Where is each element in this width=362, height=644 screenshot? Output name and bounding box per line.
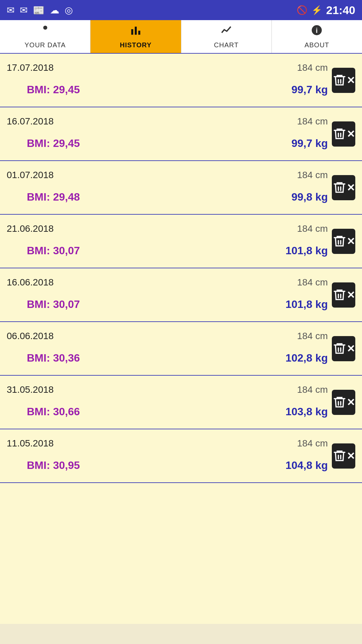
svg-rect-3 <box>138 31 140 35</box>
delete-button[interactable]: path{fill:none;stroke:white;stroke-width… <box>332 443 355 469</box>
row-weight: 99,8 kg <box>291 191 332 203</box>
status-bar: ✉ ✉ 📰 ☁ ◎ 🚫 ⚡ 21:40 <box>0 0 362 20</box>
tab-about[interactable]: i ABOUT <box>272 20 362 53</box>
delete-button[interactable]: path{fill:none;stroke:white;stroke-width… <box>332 282 355 308</box>
delete-button[interactable]: path{fill:none;stroke:white;stroke-width… <box>332 121 355 147</box>
row-date: 16.07.2018 <box>7 113 291 127</box>
row-bmi: BMI: 29,48 <box>7 189 291 205</box>
svg-rect-1 <box>131 29 133 35</box>
table-row: 16.07.2018 BMI: 29,45 184 cm 99,7 kg pat… <box>0 107 362 161</box>
gmail-icon-1: ✉ <box>7 5 14 16</box>
bottom-bar <box>0 624 362 644</box>
table-row: 31.05.2018 BMI: 30,66 184 cm 103,8 kg pa… <box>0 376 362 429</box>
row-bmi: BMI: 30,07 <box>7 243 286 259</box>
row-bmi: BMI: 30,07 <box>7 296 286 313</box>
table-row: 06.06.2018 BMI: 30,36 184 cm 102,8 kg pa… <box>0 322 362 376</box>
status-time: 21:40 <box>326 4 355 17</box>
tab-chart[interactable]: CHART <box>181 20 272 53</box>
status-icons-left: ✉ ✉ 📰 ☁ ◎ <box>7 5 73 16</box>
svg-point-0 <box>43 26 47 30</box>
table-row: 11.05.2018 BMI: 30,95 184 cm 104,8 kg pa… <box>0 429 362 483</box>
row-weight: 101,8 kg <box>286 298 332 311</box>
row-date: 31.05.2018 <box>7 382 286 395</box>
row-bmi: BMI: 29,45 <box>7 135 291 152</box>
row-bmi: BMI: 30,66 <box>7 404 286 420</box>
table-row: 21.06.2018 BMI: 30,07 184 cm 101,8 kg pa… <box>0 215 362 268</box>
row-date: 11.05.2018 <box>7 435 286 449</box>
row-date: 21.06.2018 <box>7 221 286 234</box>
cloud-upload-icon: ☁ <box>50 5 59 16</box>
status-bar-right: 🚫 ⚡ 21:40 <box>297 4 355 17</box>
bar-chart-icon <box>130 24 142 39</box>
delete-button[interactable]: path{fill:none;stroke:white;stroke-width… <box>332 68 355 93</box>
table-row: 16.06.2018 BMI: 30,07 184 cm 101,8 kg pa… <box>0 268 362 322</box>
table-row: 17.07.2018 BMI: 29,45 184 cm 99,7 kg pat… <box>0 54 362 107</box>
tab-chart-label: CHART <box>214 41 239 49</box>
row-bmi: BMI: 29,45 <box>7 82 291 98</box>
row-bmi: BMI: 30,95 <box>7 457 286 474</box>
gmail-icon-2: ✉ <box>20 5 27 16</box>
row-height: 184 cm <box>291 60 332 73</box>
row-weight: 101,8 kg <box>286 245 332 257</box>
info-icon: i <box>311 24 323 39</box>
history-list: 17.07.2018 BMI: 29,45 184 cm 99,7 kg pat… <box>0 54 362 624</box>
row-weight: 103,8 kg <box>286 406 332 418</box>
row-height: 184 cm <box>286 274 332 288</box>
tab-history-label: HISTORY <box>120 41 152 49</box>
row-height: 184 cm <box>291 113 332 127</box>
table-row: 01.07.2018 BMI: 29,48 184 cm 99,8 kg pat… <box>0 161 362 215</box>
target-icon: ◎ <box>65 5 73 16</box>
row-date: 01.07.2018 <box>7 167 291 180</box>
delete-button[interactable]: path{fill:none;stroke:white;stroke-width… <box>332 229 355 254</box>
delete-button[interactable]: path{fill:none;stroke:white;stroke-width… <box>332 175 355 200</box>
tab-about-label: ABOUT <box>304 41 329 49</box>
row-date: 16.06.2018 <box>7 274 286 288</box>
row-date: 06.06.2018 <box>7 328 286 341</box>
flash-icon: ⚡ <box>311 5 322 15</box>
row-height: 184 cm <box>286 328 332 341</box>
google-news-icon: 📰 <box>33 5 45 16</box>
tab-your-data-label: YOUR DATA <box>24 41 66 49</box>
person-icon <box>39 24 51 39</box>
line-chart-icon <box>220 24 232 39</box>
row-height: 184 cm <box>286 435 332 449</box>
row-weight: 99,7 kg <box>291 84 332 96</box>
delete-button[interactable]: path{fill:none;stroke:white;stroke-width… <box>332 390 355 415</box>
row-weight: 104,8 kg <box>286 459 332 472</box>
row-date: 17.07.2018 <box>7 60 291 73</box>
tab-history[interactable]: HISTORY <box>90 20 181 53</box>
row-height: 184 cm <box>286 221 332 234</box>
tab-your-data[interactable]: YOUR DATA <box>0 20 90 53</box>
delete-button[interactable]: path{fill:none;stroke:white;stroke-width… <box>332 336 355 361</box>
svg-text:i: i <box>316 26 318 34</box>
row-weight: 102,8 kg <box>286 352 332 364</box>
row-weight: 99,7 kg <box>291 137 332 150</box>
row-height: 184 cm <box>286 382 332 395</box>
row-height: 184 cm <box>291 167 332 180</box>
tab-bar: YOUR DATA HISTORY CHART i ABOUT <box>0 20 362 54</box>
row-bmi: BMI: 30,36 <box>7 350 286 366</box>
svg-rect-2 <box>135 27 137 35</box>
no-sim-icon: 🚫 <box>297 5 307 15</box>
